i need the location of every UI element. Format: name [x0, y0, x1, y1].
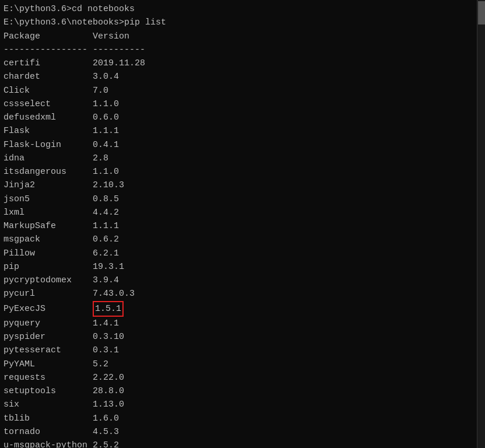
terminal-line-pkg15: Pillow 6.2.1 [3, 247, 482, 260]
terminal-line-header1: Package Version [3, 30, 482, 43]
terminal-line-pkg2: chardet 3.0.4 [3, 70, 482, 83]
terminal-line-pkg1: certifi 2019.11.28 [3, 57, 482, 70]
terminal-line-pkg5: defusedxml 0.6.0 [3, 111, 482, 124]
terminal-line-pkg29: u-msgpack-python 2.5.2 [3, 439, 482, 448]
terminal-line-pkg17: pycryptodomex 3.9.4 [3, 274, 482, 287]
terminal-line-pkg12: lxml 4.4.2 [3, 206, 482, 219]
terminal-line-pkg7: Flask-Login 0.4.1 [3, 138, 482, 152]
terminal-window: E:\python3.6>cd notebooksE:\python3.6\no… [0, 0, 485, 448]
terminal-line-pkg4: cssselect 1.1.0 [3, 97, 482, 111]
terminal-line-pkg13: MarkupSafe 1.1.1 [3, 219, 482, 233]
terminal-line-pkg16: pip 19.3.1 [3, 260, 482, 274]
terminal-line-pkg10: Jinja2 2.10.3 [3, 178, 482, 192]
terminal-line-pkg9: itsdangerous 1.1.0 [3, 165, 482, 178]
scrollbar-thumb[interactable] [478, 1, 485, 24]
terminal-line-pkg24: requests 2.22.0 [3, 371, 482, 384]
terminal-line-pkg18: pycurl 7.43.0.3 [3, 287, 482, 300]
terminal-line-pkg19: PyExecJS 1.5.1 [3, 301, 482, 317]
terminal-line-pkg6: Flask 1.1.1 [3, 124, 482, 138]
terminal-line-cmd1: E:\python3.6>cd notebooks [3, 2, 482, 16]
terminal-line-pkg14: msgpack 0.6.2 [3, 233, 482, 246]
terminal-line-sep: ---------------- ---------- [3, 43, 482, 57]
terminal-line-cmd2: E:\python3.6\notebooks>pip list [3, 16, 482, 29]
highlighted-version: 1.5.1 [93, 301, 124, 317]
terminal-line-pkg23: PyYAML 5.2 [3, 358, 482, 371]
terminal-line-pkg25: setuptools 28.8.0 [3, 384, 482, 398]
scrollbar[interactable] [477, 0, 485, 448]
terminal-line-pkg26: six 1.13.0 [3, 398, 482, 411]
terminal-line-pkg3: Click 7.0 [3, 84, 482, 97]
terminal-line-pkg22: pytesseract 0.3.1 [3, 344, 482, 357]
terminal-line-pkg20: pyquery 1.4.1 [3, 317, 482, 330]
terminal-line-pkg28: tornado 4.5.3 [3, 425, 482, 439]
terminal-line-pkg8: idna 2.8 [3, 152, 482, 165]
terminal-line-pkg11: json5 0.8.5 [3, 192, 482, 206]
terminal-line-pkg21: pyspider 0.3.10 [3, 330, 482, 344]
terminal-line-pkg27: tblib 1.6.0 [3, 412, 482, 425]
